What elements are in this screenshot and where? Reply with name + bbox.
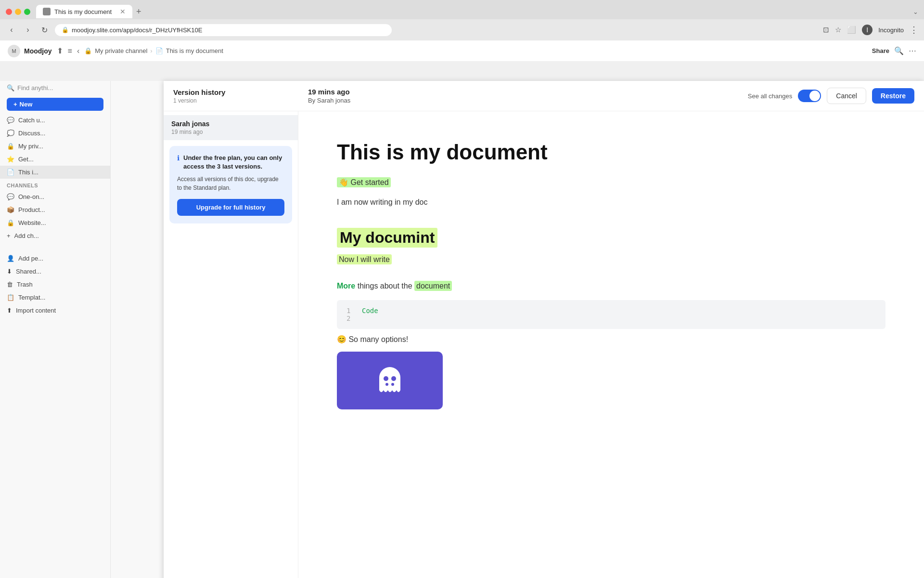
more-icon[interactable]: ⋯ [909, 46, 916, 55]
nav-icon: 🗑 [7, 281, 13, 288]
modal-body: Sarah jonas 19 mins ago ℹ Under the free… [164, 111, 924, 578]
sidebar-item-oneonone[interactable]: 💬 One-on... [0, 190, 110, 203]
forward-button[interactable]: › [22, 26, 34, 34]
code-line-1: 1 Code [346, 307, 876, 315]
nav-label: Catch u... [18, 117, 45, 124]
sidebar-item-catchup[interactable]: 💬 Catch u... [0, 114, 110, 127]
nav-label: Get... [18, 156, 34, 163]
svg-rect-2 [379, 378, 400, 390]
ghost-svg [371, 361, 409, 400]
sidebar-item-trash[interactable]: 🗑 Trash [0, 278, 110, 291]
code-text-1: Code [362, 307, 378, 315]
sidebar-item-private[interactable]: 🔒 My priv... [0, 140, 110, 153]
back-button[interactable]: ‹ [6, 26, 17, 34]
nav-icon: 📦 [7, 206, 14, 213]
nav-label: Add ch... [14, 232, 39, 239]
nav-label: This i... [18, 169, 38, 176]
sidebar-toggle[interactable]: ‹ [77, 47, 79, 55]
nav-icon: 💬 [7, 193, 14, 200]
get-started-text: Get started [350, 178, 388, 186]
expand-icon: ⌄ [913, 8, 918, 15]
upgrade-button[interactable]: Upgrade for full history [177, 199, 284, 216]
minimize-dot[interactable] [15, 9, 21, 15]
bookmark-icon[interactable]: ☆ [835, 26, 841, 34]
sidebar-item-shared[interactable]: ⬇ Shared... [0, 265, 110, 278]
nav-label: Product... [18, 206, 45, 213]
upgrade-desc: Access all versions of this doc, upgrade… [177, 175, 284, 192]
nav-icon: ⬇ [7, 268, 12, 275]
cast-icon: ⊡ [823, 26, 829, 34]
breadcrumb-channel: My private channel [95, 47, 147, 54]
version-time-small: 19 mins ago [171, 129, 290, 135]
breadcrumb: 🔒 My private channel › 📄 This is my docu… [84, 47, 223, 54]
modal-header-left: Version history 1 version [173, 88, 298, 104]
nav-icon: 👤 [7, 255, 14, 262]
more-rest: things about the [355, 282, 414, 290]
nav-icon: ⬆ [7, 307, 12, 314]
upgrade-box: ℹ Under the free plan, you can only acce… [169, 146, 292, 223]
share-button[interactable]: Share [872, 47, 889, 54]
workspace-avatar: M [8, 45, 20, 57]
app-header: M Moodjoy ⬆ ≡ ‹ 🔒 My private channel › 📄… [0, 40, 924, 62]
cancel-button[interactable]: Cancel [827, 88, 866, 104]
svg-point-6 [391, 383, 394, 386]
profile-icon[interactable]: I [862, 25, 873, 35]
sidebar-item-website[interactable]: 🔒 Website... [0, 216, 110, 229]
modal-subtitle: 1 version [173, 97, 298, 104]
sidebar-item-discuss[interactable]: 💭 Discuss... [0, 127, 110, 140]
new-tab-button[interactable]: + [136, 7, 141, 17]
sidebar-item-addchannel[interactable]: + Add ch... [0, 229, 110, 242]
breadcrumb-doc: This is my document [166, 47, 223, 54]
by-label: By [308, 97, 315, 104]
line-num-2: 2 [346, 315, 354, 322]
get-started-emoji: 👋 [339, 178, 348, 186]
refresh-button[interactable]: ↻ [38, 26, 50, 35]
channels-section: Channels [0, 179, 110, 190]
restore-button[interactable]: Restore [872, 88, 914, 104]
nav-label: Import content [16, 307, 56, 314]
nav-label: Website... [18, 219, 46, 226]
sidebar-item-templates[interactable]: 📋 Templat... [0, 291, 110, 304]
active-tab[interactable]: This is my document ✕ [36, 5, 132, 18]
modal-header-center: 19 mins ago By Sarah jonas [308, 88, 738, 104]
get-started-highlight: 👋 Get started [337, 177, 391, 187]
breadcrumb-doc-icon: 📄 [155, 47, 163, 54]
toolbar-icon-share: ⬆ [57, 46, 63, 55]
maximize-dot[interactable] [24, 9, 30, 15]
breadcrumb-icon: 🔒 [84, 47, 92, 54]
version-history-modal: Version history 1 version 19 mins ago By… [164, 81, 924, 578]
nav-label: Shared... [16, 268, 41, 275]
search-bar[interactable]: 🔍 Find anythi... [0, 81, 110, 95]
more-highlight: document [414, 281, 452, 291]
doc-title: This is my document [337, 140, 886, 165]
url-bar[interactable]: 🔒 moodjoy.slite.com/app/docs/r_DHzUYfHSK… [55, 24, 392, 36]
version-time: 19 mins ago [308, 88, 738, 96]
toggle-changes[interactable] [798, 90, 821, 102]
new-button[interactable]: + New [7, 98, 103, 111]
search-icon[interactable]: 🔍 [894, 46, 904, 55]
version-item[interactable]: Sarah jonas 19 mins ago [164, 115, 298, 140]
nav-icon: ⭐ [7, 156, 14, 163]
modal-header-actions: See all changes Cancel Restore [748, 88, 914, 104]
sidebar-item-this[interactable]: 📄 This i... [0, 166, 110, 179]
split-view-icon[interactable]: ⬜ [847, 26, 856, 34]
code-line-2: 2 [346, 315, 876, 322]
author-name: Sarah jonas [317, 97, 350, 104]
sidebar-item-import[interactable]: ⬆ Import content [0, 304, 110, 317]
sidebar-item-product[interactable]: 📦 Product... [0, 203, 110, 216]
search-placeholder: Find anythi... [17, 84, 53, 92]
tab-close-button[interactable]: ✕ [120, 8, 126, 15]
sidebar-item-get[interactable]: ⭐ Get... [0, 153, 110, 166]
incognito-label: Incognito [878, 26, 904, 34]
version-sidebar: Sarah jonas 19 mins ago ℹ Under the free… [164, 111, 298, 578]
tab-title: This is my document [54, 8, 112, 15]
paragraph2-highlight: Now I will write [337, 254, 392, 264]
modal-title: Version history [173, 88, 298, 96]
nav-icon: 📋 [7, 294, 14, 301]
nav-label: Discuss... [18, 130, 45, 137]
plus-icon: + [13, 101, 17, 108]
sidebar-item-addpeople[interactable]: 👤 Add pe... [0, 252, 110, 265]
close-dot[interactable] [6, 9, 12, 15]
menu-icon[interactable]: ⋮ [910, 25, 918, 35]
doc-heading2: My documint [337, 228, 437, 248]
